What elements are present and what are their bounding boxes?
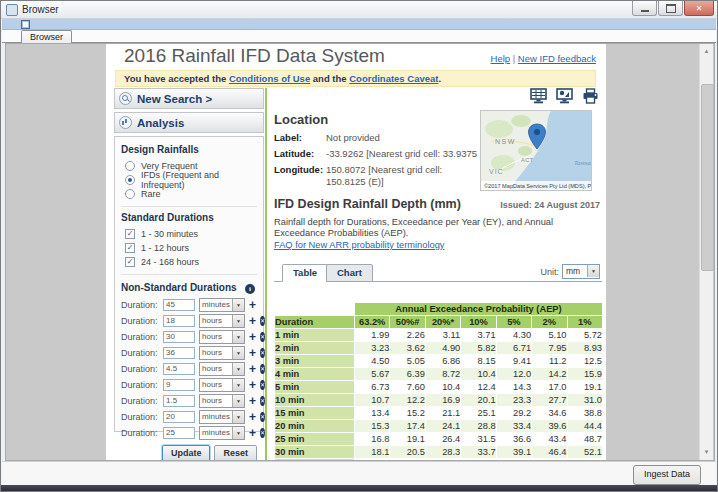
add-duration-icon[interactable]: + xyxy=(249,427,256,439)
duration-unit-select[interactable]: hours▼ xyxy=(199,346,245,360)
close-button[interactable]: ✕ xyxy=(684,1,714,16)
scroll-down-icon[interactable]: ▼ xyxy=(700,445,713,460)
aep-column-header: 5% xyxy=(497,316,531,328)
tab-browser[interactable]: Browser xyxy=(21,30,72,43)
checkbox-icon[interactable]: ✓ xyxy=(125,243,135,253)
maximize-button[interactable] xyxy=(658,1,683,16)
duration-unit-value: minutes xyxy=(200,428,232,437)
value-cell: 17.4 xyxy=(390,420,424,432)
dropdown-arrow-icon[interactable]: ▼ xyxy=(232,363,244,375)
add-duration-icon[interactable]: + xyxy=(249,395,256,407)
duration-value-input[interactable] xyxy=(163,331,195,343)
add-duration-icon[interactable]: + xyxy=(249,379,256,391)
minimize-icon xyxy=(641,10,649,12)
add-duration-icon[interactable]: + xyxy=(249,315,256,327)
duration-row: Duration:minutes▼+✕ xyxy=(121,425,257,440)
help-link[interactable]: Help xyxy=(491,53,511,64)
value-cell: 4.30 xyxy=(497,329,531,341)
duration-unit-select[interactable]: minutes▼ xyxy=(199,426,245,440)
duration-value-input[interactable] xyxy=(163,395,195,407)
duration-row: Duration:hours▼+✕ xyxy=(121,361,257,376)
value-cell: 6.73 xyxy=(355,381,389,393)
standard-durations-label: Standard Durations xyxy=(121,212,257,223)
duration-value-input[interactable] xyxy=(163,299,195,311)
radio-icon[interactable] xyxy=(125,189,135,199)
value-cell: 2.26 xyxy=(390,329,424,341)
minimize-button[interactable] xyxy=(632,1,657,16)
duration-unit-select[interactable]: hours▼ xyxy=(199,314,245,328)
chart-view-icon[interactable] xyxy=(556,88,574,104)
duration-unit-select[interactable]: minutes▼ xyxy=(199,298,245,312)
duration-cell: 4 min xyxy=(275,368,354,380)
aep-column-header: 20%* xyxy=(426,316,460,328)
conditions-of-use-link[interactable]: Conditions of Use xyxy=(229,73,310,84)
table-view-icon[interactable] xyxy=(530,88,548,104)
duration-value-input[interactable] xyxy=(163,347,195,359)
notice-text: . xyxy=(438,73,441,84)
link-divider: | xyxy=(513,53,515,64)
dropdown-arrow-icon[interactable]: ▼ xyxy=(232,331,244,343)
dropdown-arrow-icon[interactable]: ▼ xyxy=(232,347,244,359)
radio-option-label: IFDs (Frequent and Infrequent) xyxy=(141,170,257,190)
bottom-panel: Ingest Data xyxy=(2,461,716,486)
dropdown-arrow-icon[interactable]: ▼ xyxy=(232,395,244,407)
scrollbar-thumb[interactable] xyxy=(701,84,714,271)
duration-value-input[interactable] xyxy=(163,363,195,375)
value-cell: 16.9 xyxy=(426,394,460,406)
design-rainfall-option[interactable]: IFDs (Frequent and Infrequent) xyxy=(121,173,257,187)
coordinates-caveat-link[interactable]: Coordinates Caveat xyxy=(349,73,438,84)
duration-value-input[interactable] xyxy=(163,379,195,391)
table-row: 15 min13.415.221.125.129.234.638.8 xyxy=(275,407,602,419)
standard-duration-option[interactable]: ✓1 - 12 hours xyxy=(121,241,257,255)
dropdown-arrow-icon[interactable]: ▼ xyxy=(232,411,244,423)
duration-unit-value: hours xyxy=(200,380,232,389)
tab-chart[interactable]: Chart xyxy=(326,264,373,282)
scroll-up-icon[interactable]: ▲ xyxy=(700,44,713,59)
new-search-header[interactable]: New Search > xyxy=(114,88,264,109)
add-duration-icon[interactable]: + xyxy=(249,347,256,359)
faq-link[interactable]: FAQ for New ARR probability terminology xyxy=(274,240,445,250)
value-cell: 13.4 xyxy=(355,407,389,419)
update-button[interactable]: Update xyxy=(162,445,211,461)
ingest-data-button[interactable]: Ingest Data xyxy=(633,465,701,485)
radio-icon[interactable] xyxy=(125,175,135,185)
feedback-link[interactable]: New IFD feedback xyxy=(518,53,596,64)
checkbox-icon[interactable]: ✓ xyxy=(125,229,135,239)
dropdown-arrow-icon[interactable]: ▼ xyxy=(232,299,244,311)
add-duration-icon[interactable]: + xyxy=(249,363,256,375)
radio-icon[interactable] xyxy=(125,161,135,171)
analysis-header[interactable]: Analysis xyxy=(114,112,264,133)
latitude-value: -33.9262 [Nearest grid cell: 33.9375 (S)… xyxy=(326,148,495,159)
dropdown-arrow-icon[interactable]: ▼ xyxy=(587,265,599,277)
tab-table[interactable]: Table xyxy=(282,264,328,282)
standard-duration-option[interactable]: ✓1 - 30 minutes xyxy=(121,227,257,241)
duration-value-input[interactable] xyxy=(163,427,195,439)
location-map[interactable]: NSW ACT VIC Tasman Sea ©2017 MapData Ser… xyxy=(480,110,592,191)
standard-duration-option[interactable]: ✓24 - 168 hours xyxy=(121,255,257,269)
duration-unit-select[interactable]: hours▼ xyxy=(199,330,245,344)
info-icon[interactable]: i xyxy=(245,284,255,294)
map-attribution: ©2017 MapData Services Pty Ltd (MDS), PS… xyxy=(484,183,591,189)
unit-select[interactable]: mm ▼ xyxy=(562,264,600,279)
add-duration-icon[interactable]: + xyxy=(249,299,256,311)
duration-unit-select[interactable]: minutes▼ xyxy=(199,410,245,424)
value-cell: 5.72 xyxy=(568,329,602,341)
table-row: 25 min16.819.126.431.536.643.448.7 xyxy=(275,433,602,445)
reset-button[interactable]: Reset xyxy=(214,445,257,461)
duration-unit-select[interactable]: hours▼ xyxy=(199,378,245,392)
title-bar[interactable]: Browser ✕ xyxy=(1,1,717,19)
map-label-nsw: NSW xyxy=(495,138,516,145)
add-duration-icon[interactable]: + xyxy=(249,331,256,343)
duration-unit-select[interactable]: hours▼ xyxy=(199,362,245,376)
vertical-scrollbar[interactable]: ▲ ▼ xyxy=(699,44,713,460)
dropdown-arrow-icon[interactable]: ▼ xyxy=(232,379,244,391)
duration-value-input[interactable] xyxy=(163,411,195,423)
dropdown-arrow-icon[interactable]: ▼ xyxy=(232,315,244,327)
add-duration-icon[interactable]: + xyxy=(249,411,256,423)
duration-unit-select[interactable]: hours▼ xyxy=(199,394,245,408)
print-icon[interactable] xyxy=(582,88,600,104)
duration-value-input[interactable] xyxy=(163,315,195,327)
checkbox-icon[interactable]: ✓ xyxy=(125,257,135,267)
dropdown-arrow-icon[interactable]: ▼ xyxy=(232,427,244,439)
value-cell: 8.72 xyxy=(426,368,460,380)
